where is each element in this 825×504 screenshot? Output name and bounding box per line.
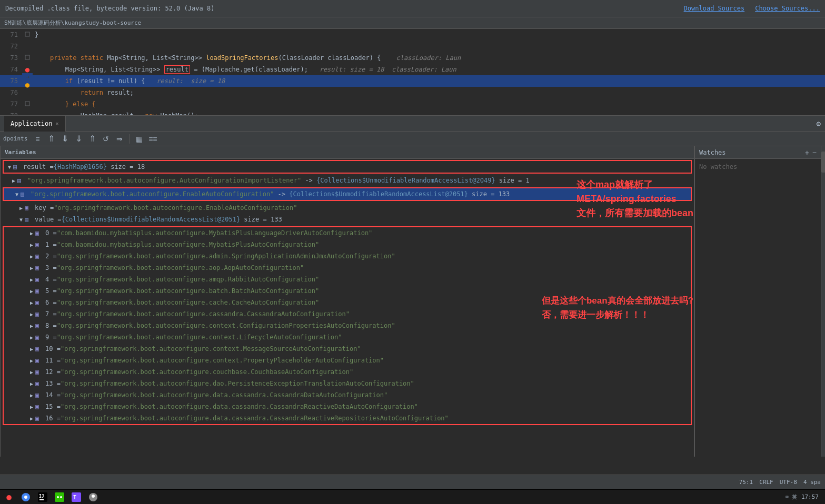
- status-bar: 75:1 CRLF UTF-8 4 spa: [0, 475, 825, 489]
- remove-watch-btn[interactable]: −: [812, 148, 817, 157]
- var-index-13[interactable]: ▶ ▣ 13 = "org.springframework.boot.autoc…: [4, 378, 691, 389]
- var-index-16[interactable]: ▶ ▣ 16 = "org.springframework.boot.autoc…: [4, 412, 691, 424]
- var-index-9[interactable]: ▶ ▣ 9 = "org.springframework.boot.autoco…: [4, 331, 691, 343]
- tab-close-btn[interactable]: ✕: [55, 120, 58, 126]
- expand-arrow-16[interactable]: ▶: [28, 416, 35, 421]
- var-result[interactable]: ▼ ▤ result = {HashMap@1656} size = 18: [4, 161, 691, 173]
- expand-arrow-10[interactable]: ▶: [28, 346, 35, 352]
- add-watch-btn[interactable]: +: [805, 148, 809, 157]
- scrollbar-thumb[interactable]: [821, 152, 825, 173]
- taskbar-idea[interactable]: IJ: [36, 491, 49, 503]
- scrollbar[interactable]: [821, 146, 825, 457]
- var-autoconfigimport[interactable]: ▶ ▤ "org.springframework.boot.autoconfig…: [1, 175, 694, 186]
- indent-size: 4 spa: [803, 479, 821, 486]
- debug-main: Variables ▼ ▤ result = {HashMap@1656} si…: [0, 146, 825, 457]
- toolbar-btn-lines[interactable]: ≡≡: [147, 133, 158, 145]
- top-bar-actions: Download Sources Choose Sources...: [684, 5, 820, 12]
- toolbar-separator: [129, 134, 130, 144]
- toolbar-btn-arrow[interactable]: ⇒: [114, 133, 125, 145]
- tray-icons: ⌨ 英: [786, 493, 797, 501]
- var-index-7[interactable]: ▶ ▣ 7 = "org.springframework.boot.autoco…: [4, 308, 691, 320]
- var-index-3[interactable]: ▶ ▣ 3 = "org.springframework.boot.autoco…: [4, 262, 691, 274]
- svg-point-9: [57, 496, 59, 498]
- var-icon-key: ▣: [25, 204, 33, 211]
- var-enableautoconfig[interactable]: ▼ ▤ "org.springframework.boot.autoconfig…: [4, 188, 691, 200]
- expand-arrow-15[interactable]: ▶: [28, 404, 35, 410]
- code-line-75: 75 → ● if (result != null) { result: siz…: [0, 75, 825, 87]
- expand-arrow-8[interactable]: ▶: [28, 323, 35, 329]
- code-line-73: 73 private static Map<String, List<Strin…: [0, 52, 825, 64]
- expand-arrow-4[interactable]: ▶: [28, 277, 35, 283]
- svg-point-10: [60, 496, 62, 498]
- expand-arrow-result[interactable]: ▼: [6, 164, 13, 170]
- svg-rect-0: [25, 32, 29, 36]
- expand-arrow-11[interactable]: ▶: [28, 358, 35, 364]
- expand-arrow-import[interactable]: ▶: [10, 178, 17, 184]
- var-icon-6: ▣: [35, 299, 44, 306]
- tab-application[interactable]: Application ✕: [4, 116, 66, 132]
- expand-arrow-12[interactable]: ▶: [28, 369, 35, 375]
- var-icon-5: ▣: [35, 287, 44, 295]
- var-index-8[interactable]: ▶ ▣ 8 = "org.springframework.boot.autoco…: [4, 320, 691, 331]
- toolbar-btn-up2[interactable]: ⇑: [45, 133, 57, 145]
- wechat-icon: [55, 492, 64, 502]
- var-icon-4: ▣: [35, 276, 44, 283]
- taskbar-chrome[interactable]: [19, 491, 33, 503]
- expand-arrow-3[interactable]: ▶: [28, 265, 35, 271]
- var-index-2[interactable]: ▶ ▣ 2 = "org.springframework.boot.autoco…: [4, 250, 691, 262]
- code-line-72: 72: [0, 41, 825, 52]
- line-content-76: return result;: [33, 89, 825, 96]
- chrome-icon: [21, 492, 31, 502]
- line-ending: CRLF: [759, 479, 773, 486]
- var-index-14[interactable]: ▶ ▣ 14 = "org.springframework.boot.autoc…: [4, 389, 691, 401]
- expand-arrow-13[interactable]: ▶: [28, 381, 35, 387]
- toolbar-btn-down1[interactable]: ⇓: [59, 133, 71, 145]
- var-index-12[interactable]: ▶ ▣ 12 = "org.springframework.boot.autoc…: [4, 366, 691, 378]
- expand-arrow-key[interactable]: ▶: [17, 205, 25, 211]
- var-index-5[interactable]: ▶ ▣ 5 = "org.springframework.boot.autoco…: [4, 285, 691, 297]
- toolbar-btn-menu[interactable]: ≡: [32, 133, 43, 145]
- var-key[interactable]: ▶ ▣ key = "org.springframework.boot.auto…: [1, 202, 694, 214]
- expand-arrow-14[interactable]: ▶: [28, 392, 35, 398]
- variables-panel: Variables ▼ ▤ result = {HashMap@1656} si…: [1, 146, 694, 457]
- taskbar-start[interactable]: ●: [2, 491, 16, 503]
- toolbar-btn-refresh[interactable]: ↺: [100, 133, 112, 145]
- expand-arrow-value[interactable]: ▼: [17, 217, 25, 223]
- expand-arrow-0[interactable]: ▶: [28, 230, 35, 236]
- cursor-position: 75:1: [739, 479, 753, 486]
- choose-sources-link[interactable]: Choose Sources...: [755, 5, 820, 12]
- expand-arrow-1[interactable]: ▶: [28, 242, 35, 248]
- toolbar-btn-down2[interactable]: ⇓: [73, 133, 84, 145]
- var-index-10[interactable]: ▶ ▣ 10 = "org.springframework.boot.autoc…: [4, 343, 691, 355]
- typora-icon: T: [72, 492, 81, 502]
- var-index-11[interactable]: ▶ ▣ 11 = "org.springframework.boot.autoc…: [4, 355, 691, 366]
- line-number-73: 73: [0, 54, 22, 62]
- download-sources-link[interactable]: Download Sources: [684, 5, 745, 12]
- var-index-15[interactable]: ▶ ▣ 15 = "org.springframework.boot.autoc…: [4, 401, 691, 412]
- taskbar-user[interactable]: [86, 491, 100, 503]
- var-value[interactable]: ▼ ▤ value = {Collections$UnmodifiableRan…: [1, 214, 694, 225]
- toolbar-btn-up1[interactable]: ⇑: [86, 133, 98, 145]
- expand-arrow-enable[interactable]: ▼: [13, 191, 21, 197]
- var-icon-1: ▣: [35, 241, 44, 248]
- svg-point-4: [24, 496, 27, 499]
- expand-arrow-7[interactable]: ▶: [28, 311, 35, 317]
- taskbar-typora[interactable]: T: [69, 491, 83, 503]
- taskbar-wechat[interactable]: [53, 491, 66, 503]
- result-outline-box: ▼ ▤ result = {HashMap@1656} size = 18: [3, 160, 692, 174]
- expand-arrow-6[interactable]: ▶: [28, 300, 35, 306]
- code-line-78: 78 HashMap result = new HashMap();: [0, 110, 825, 116]
- var-index-0[interactable]: ▶ ▣ 0 = "com.baomidou.mybatisplus.autoco…: [4, 227, 691, 239]
- line-content-73: private static Map<String, List<String>>…: [33, 54, 825, 62]
- expand-arrow-9[interactable]: ▶: [28, 335, 35, 340]
- toolbar-btn-grid[interactable]: ▦: [133, 133, 145, 145]
- settings-icon[interactable]: ⚙: [817, 119, 821, 128]
- expand-arrow-2[interactable]: ▶: [28, 254, 35, 259]
- expand-arrow-5[interactable]: ▶: [28, 288, 35, 294]
- var-index-6[interactable]: ▶ ▣ 6 = "org.springframework.boot.autoco…: [4, 297, 691, 308]
- var-index-1[interactable]: ▶ ▣ 1 = "com.baomidou.mybatisplus.autoco…: [4, 239, 691, 250]
- var-icon-10: ▣: [35, 345, 44, 352]
- var-icon-3: ▣: [35, 264, 44, 271]
- no-watches-text: No watches: [695, 159, 821, 175]
- var-index-4[interactable]: ▶ ▣ 4 = "org.springframework.boot.autoco…: [4, 274, 691, 285]
